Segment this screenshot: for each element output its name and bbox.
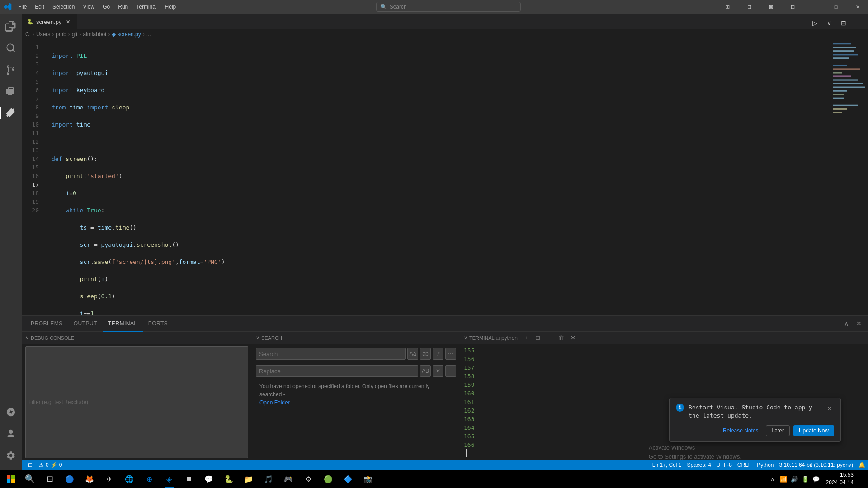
taskbar-telegram[interactable]: ✈	[99, 470, 119, 488]
activity-explorer[interactable]	[0, 15, 22, 37]
status-python-version[interactable]: 3.10.11 64-bit (3.10.11: pyenv)	[777, 460, 856, 470]
taskbar-chrome2[interactable]: 🌐	[119, 470, 139, 488]
activity-settings[interactable]	[0, 445, 22, 466]
status-encoding[interactable]: UTF-8	[714, 460, 735, 470]
menu-go[interactable]: Go	[99, 2, 113, 12]
menu-file[interactable]: File	[14, 2, 30, 12]
search-text-input[interactable]	[256, 348, 406, 360]
menu-selection[interactable]: Selection	[49, 2, 78, 12]
update-close-button[interactable]: ✕	[825, 404, 834, 413]
breadcrumb-pmb[interactable]: pmb	[56, 31, 66, 38]
taskbar-chrome[interactable]: 🔵	[60, 470, 80, 488]
activity-source-control[interactable]	[0, 59, 22, 80]
terminal-toggle[interactable]: ∨ TERMINAL	[464, 335, 495, 341]
taskbar-vscode[interactable]: ◈	[159, 470, 179, 488]
minimize-button[interactable]: ─	[804, 0, 825, 14]
maximize-button[interactable]: □	[826, 0, 846, 14]
status-position[interactable]: Ln 17, Col 1	[650, 460, 684, 470]
panel-maximize-button[interactable]: ∧	[841, 318, 852, 329]
taskbar-app17[interactable]: 🔷	[338, 470, 358, 488]
status-notifications[interactable]: 🔔	[856, 460, 868, 470]
run-dropdown[interactable]: ∨	[823, 17, 835, 29]
status-errors[interactable]: ⚠ 0 ⚡ 0	[36, 460, 65, 470]
replace-more-options[interactable]: ⋯	[445, 365, 456, 377]
status-remote[interactable]: ⊡	[25, 460, 35, 470]
tray-network[interactable]: 📶	[779, 474, 788, 483]
tab-output[interactable]: OUTPUT	[68, 316, 103, 332]
terminal-body[interactable]: 155 156 157 158 159 160 161 162 163 164 …	[460, 344, 868, 460]
layout-toggle-1[interactable]: ⊞	[717, 0, 738, 14]
update-now-button[interactable]: Update Now	[793, 425, 834, 436]
taskbar-app18[interactable]: 📸	[358, 470, 378, 488]
taskbar-steam[interactable]: ⚙	[298, 470, 318, 488]
status-spaces[interactable]: Spaces: 4	[684, 460, 713, 470]
taskbar-games[interactable]: 🎮	[278, 470, 298, 488]
breadcrumb-aimlabbot[interactable]: aimlabbot	[83, 31, 106, 38]
split-terminal-button[interactable]: ⊟	[533, 333, 543, 343]
menu-help[interactable]: Help	[161, 2, 180, 12]
run-button[interactable]: ▷	[808, 17, 821, 29]
terminal-more-actions[interactable]: ⋯	[545, 333, 555, 343]
open-folder-link[interactable]: Open Folder	[259, 399, 290, 406]
release-notes-button[interactable]: Release Notes	[719, 425, 762, 436]
system-clock[interactable]: 15:53 2024-04-14	[822, 471, 857, 487]
tab-close-button[interactable]: ✕	[64, 18, 71, 25]
layout-toggle-3[interactable]: ⊠	[760, 0, 781, 14]
search-panel-toggle[interactable]: ∨ SEARCH	[256, 335, 282, 341]
debug-console-toggle[interactable]: ∨ DEBUG CONSOLE	[25, 335, 74, 341]
close-button[interactable]: ✕	[847, 0, 868, 14]
debug-filter-input[interactable]	[25, 346, 248, 458]
menu-terminal[interactable]: Terminal	[132, 2, 160, 12]
taskbar-media[interactable]: 🎵	[259, 470, 278, 488]
split-editor-button[interactable]: ⊟	[837, 17, 850, 29]
tab-problems[interactable]: PROBLEMS	[25, 316, 68, 332]
later-button[interactable]: Later	[766, 425, 790, 436]
breadcrumb-users[interactable]: Users	[36, 31, 50, 38]
more-options-button[interactable]: ⋯	[445, 348, 456, 360]
taskbar-python[interactable]: 🐍	[219, 470, 239, 488]
start-button[interactable]	[2, 470, 20, 488]
menu-view[interactable]: View	[79, 2, 98, 12]
global-search-box[interactable]: 🔍 Search	[376, 2, 521, 12]
menu-run[interactable]: Run	[114, 2, 132, 12]
activity-search[interactable]	[0, 37, 22, 59]
panel-close-button[interactable]: ✕	[854, 318, 864, 329]
kill-terminal-button[interactable]: ✕	[568, 333, 578, 343]
activity-account[interactable]	[0, 423, 22, 445]
taskbar-edge[interactable]: ⊕	[139, 470, 159, 488]
tray-battery[interactable]: 🔋	[801, 474, 810, 483]
breadcrumb-git[interactable]: git	[72, 31, 78, 38]
taskbar-app16[interactable]: 🟢	[318, 470, 338, 488]
replace-confirm-button[interactable]: AB	[420, 365, 431, 377]
taskbar-discord[interactable]: 💬	[199, 470, 219, 488]
taskbar-task-view[interactable]: ⊟	[40, 470, 60, 488]
tray-volume[interactable]: 🔊	[790, 474, 799, 483]
show-desktop-button[interactable]	[859, 474, 863, 483]
layout-toggle-4[interactable]: ⊡	[782, 0, 803, 14]
menu-edit[interactable]: Edit	[31, 2, 48, 12]
clear-terminal-button[interactable]: 🗑	[557, 333, 566, 343]
more-actions-button[interactable]: ⋯	[852, 17, 864, 29]
match-case-button[interactable]: Aa	[407, 348, 418, 360]
replace-clear-button[interactable]: ✕	[433, 365, 443, 377]
breadcrumb-c[interactable]: C:	[25, 31, 31, 38]
taskbar-explorer[interactable]: 📁	[239, 470, 259, 488]
new-terminal-button[interactable]: +	[521, 333, 531, 343]
tab-screen-py[interactable]: 🐍 screen.py ✕	[22, 14, 77, 29]
activity-remote[interactable]	[0, 401, 22, 423]
use-regex-button[interactable]: .*	[433, 348, 443, 360]
taskbar-firefox[interactable]: 🦊	[80, 470, 99, 488]
taskbar-search[interactable]: 🔍	[20, 470, 40, 488]
tab-ports[interactable]: PORTS	[143, 316, 174, 332]
breadcrumb-screen-py[interactable]: ◆ screen.py	[112, 31, 141, 38]
taskbar-obs[interactable]: ⏺	[179, 470, 199, 488]
activity-extensions[interactable]	[0, 102, 22, 124]
breadcrumb-ellipsis[interactable]: ...	[146, 31, 151, 38]
tab-terminal[interactable]: TERMINAL	[103, 316, 143, 332]
activity-run-debug[interactable]	[0, 80, 22, 102]
code-content[interactable]: import PIL import pyautogui import keybo…	[44, 39, 832, 315]
layout-toggle-2[interactable]: ⊟	[739, 0, 760, 14]
tray-chevron[interactable]: ∧	[768, 474, 777, 483]
tray-notification[interactable]: 💬	[811, 474, 821, 483]
status-eol[interactable]: CRLF	[735, 460, 754, 470]
